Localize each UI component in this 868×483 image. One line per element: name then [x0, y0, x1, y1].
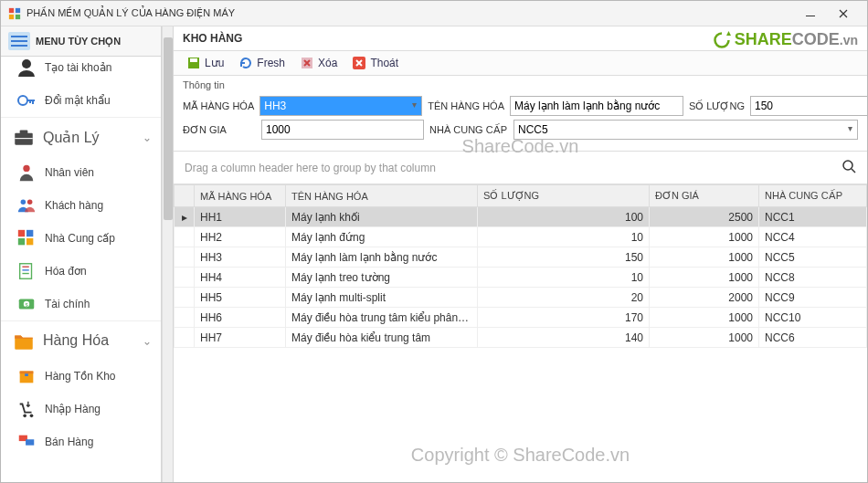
- sidebar-item-customer[interactable]: Khách hàng: [1, 189, 161, 222]
- cell-price: 1000: [650, 328, 759, 348]
- svg-rect-23: [22, 269, 28, 270]
- data-grid[interactable]: MÃ HÀNG HÓA TÊN HÀNG HÓA SỐ LƯỢNG ĐƠN GI…: [174, 184, 867, 482]
- money-icon: $: [16, 293, 37, 315]
- cell-supplier: NCC5: [759, 247, 867, 268]
- close-button[interactable]: [827, 4, 860, 24]
- toolbar-label: Xóa: [318, 57, 337, 69]
- qty-input[interactable]: [750, 96, 868, 116]
- svg-rect-30: [25, 373, 28, 376]
- table-row[interactable]: ▸HH1Máy lạnh khối1002500NCC1: [175, 207, 867, 227]
- scrollbar-thumb[interactable]: [164, 37, 173, 220]
- sell-icon: [16, 431, 37, 453]
- row-indicator: [175, 328, 195, 348]
- toolbar-label: Fresh: [257, 57, 285, 69]
- sidebar-section-label: Quản Lý: [43, 129, 100, 146]
- grid-icon: [16, 227, 37, 249]
- cell-code: HH5: [195, 288, 286, 308]
- table-row[interactable]: HH6Máy điều hòa trung tâm kiểu phân tán1…: [175, 308, 867, 328]
- sidebar-item-label: Nhập Hàng: [45, 403, 101, 415]
- briefcase-icon: [12, 125, 36, 149]
- sidebar-item-label: Tài chính: [45, 298, 90, 310]
- svg-rect-18: [26, 230, 33, 236]
- sidebar-item-staff[interactable]: Nhân viên: [1, 156, 161, 189]
- col-name[interactable]: TÊN HÀNG HÓA: [286, 185, 478, 207]
- person-icon: [16, 162, 37, 184]
- sidebar-item-finance[interactable]: $ Tài chính: [1, 288, 161, 320]
- price-input[interactable]: [261, 120, 424, 140]
- sidebar-item-import[interactable]: Nhập Hàng: [1, 393, 161, 425]
- code-select[interactable]: [259, 96, 422, 116]
- table-row[interactable]: HH2Máy lạnh đứng101000NCC4: [175, 227, 867, 247]
- col-price[interactable]: ĐƠN GIÁ: [650, 185, 759, 207]
- name-input[interactable]: [510, 96, 683, 116]
- people-icon: [16, 194, 37, 216]
- sidebar-scrollbar[interactable]: [162, 26, 173, 482]
- save-button[interactable]: Lưu: [181, 54, 229, 72]
- exit-button[interactable]: Thoát: [346, 54, 404, 72]
- cell-supplier: NCC8: [759, 268, 867, 288]
- sidebar-section-manage[interactable]: Quản Lý ⌃: [1, 117, 161, 156]
- sidebar-item-invoice[interactable]: Hóa đơn: [1, 255, 161, 288]
- sidebar-item-create-account[interactable]: Tạo tài khoản: [1, 57, 161, 84]
- col-code[interactable]: MÃ HÀNG HÓA: [195, 185, 286, 207]
- sidebar-item-inventory[interactable]: Hàng Tồn Kho: [1, 360, 161, 393]
- sidebar-item-sell[interactable]: Bán Hàng: [1, 425, 161, 458]
- cell-qty: 100: [478, 207, 650, 227]
- svg-rect-24: [22, 273, 28, 274]
- supplier-select[interactable]: [513, 120, 858, 140]
- svg-rect-29: [20, 372, 34, 374]
- cell-name: Máy điều hòa trung tâm kiểu phân tán: [286, 308, 478, 328]
- sidebar-item-label: Hàng Tồn Kho: [45, 370, 116, 383]
- svg-rect-3: [16, 14, 20, 18]
- svg-rect-19: [18, 238, 25, 245]
- sharecode-icon: [713, 31, 731, 49]
- col-supplier[interactable]: NHÀ CUNG CẤP: [759, 185, 867, 207]
- table-row[interactable]: HH5Máy lạnh multi-split202000NCC9: [175, 288, 867, 308]
- svg-rect-36: [190, 58, 197, 62]
- cart-in-icon: [16, 398, 37, 420]
- brand-logo: SHARECODE.vn: [713, 30, 858, 49]
- sidebar-section-goods[interactable]: Hàng Hóa ⌃: [1, 320, 161, 360]
- delete-button[interactable]: Xóa: [294, 54, 343, 72]
- cell-supplier: NCC4: [759, 227, 867, 247]
- svg-point-15: [21, 200, 26, 205]
- col-qty[interactable]: SỐ LƯỢNG: [478, 185, 650, 207]
- search-icon[interactable]: [842, 159, 856, 176]
- svg-rect-11: [15, 133, 33, 145]
- header-row[interactable]: MÃ HÀNG HÓA TÊN HÀNG HÓA SỐ LƯỢNG ĐƠN GI…: [175, 185, 867, 207]
- svg-rect-21: [20, 264, 32, 279]
- cell-code: HH2: [195, 227, 286, 247]
- cell-price: 1000: [650, 308, 759, 328]
- group-by-bar[interactable]: Drag a column header here to group by th…: [174, 152, 867, 184]
- folder-icon: [12, 329, 36, 352]
- svg-rect-7: [11, 40, 27, 42]
- row-indicator: [175, 288, 195, 308]
- table-row[interactable]: HH4Máy lạnh treo tường101000NCC8: [175, 268, 867, 288]
- sidebar-item-label: Khách hàng: [45, 199, 103, 212]
- row-indicator: [175, 268, 195, 288]
- sidebar-item-supplier[interactable]: Nhà Cung cấp: [1, 222, 161, 255]
- refresh-button[interactable]: Fresh: [233, 54, 291, 72]
- table-row[interactable]: HH7Máy điều hòa kiểu trung tâm1401000NCC…: [175, 328, 867, 348]
- save-icon: [186, 56, 201, 70]
- cell-qty: 20: [478, 288, 650, 308]
- form-legend: Thông tin: [183, 79, 858, 90]
- titlebar: PHẦN MỀM QUẢN LÝ CỦA HÀNG ĐIỆN MÁY: [1, 1, 867, 26]
- minimize-button[interactable]: [794, 4, 827, 24]
- svg-point-32: [30, 415, 34, 418]
- svg-rect-34: [26, 439, 34, 445]
- cell-supplier: NCC6: [759, 328, 867, 348]
- col-indicator[interactable]: [175, 185, 195, 207]
- svg-text:$: $: [25, 302, 27, 308]
- sidebar-item-change-password[interactable]: Đổi mật khẩu: [1, 84, 161, 117]
- menu-icon: [8, 32, 30, 50]
- svg-rect-0: [9, 7, 14, 12]
- form-area: Thông tin MÃ HÀNG HÓA TÊN HÀNG HÓA SỐ LƯ…: [174, 76, 867, 152]
- svg-point-39: [843, 161, 852, 170]
- cell-supplier: NCC1: [759, 207, 867, 227]
- table-row[interactable]: HH3Máy lạnh làm lạnh bằng nước1501000NCC…: [175, 247, 867, 268]
- svg-point-16: [27, 200, 32, 205]
- window-title: PHẦN MỀM QUẢN LÝ CỦA HÀNG ĐIỆN MÁY: [26, 7, 794, 19]
- cell-price: 2000: [650, 288, 759, 308]
- svg-point-10: [18, 96, 27, 105]
